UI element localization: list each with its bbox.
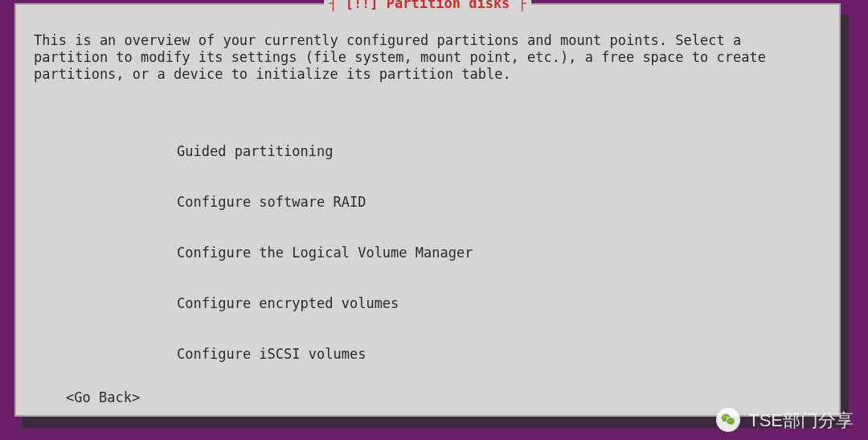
partition-menu: Guided partitioning Configure software R… xyxy=(177,109,652,440)
dialog-title: ┤ [!!] Partition disks ├ xyxy=(324,0,531,12)
dialog-title-text: [!!] Partition disks xyxy=(346,0,510,11)
menu-guided[interactable]: Guided partitioning xyxy=(177,143,652,160)
intro-text: This is an overview of your currently co… xyxy=(34,32,821,83)
menu-encrypted[interactable]: Configure encrypted volumes xyxy=(177,295,652,312)
wechat-icon xyxy=(716,408,740,432)
menu-raid[interactable]: Configure software RAID xyxy=(177,194,652,211)
menu-iscsi[interactable]: Configure iSCSI volumes xyxy=(177,346,652,363)
watermark-text: TSE部门分享 xyxy=(748,412,854,429)
menu-blank xyxy=(177,397,652,413)
go-back-button[interactable]: <Go Back> xyxy=(66,389,140,406)
partition-dialog: ┤ [!!] Partition disks ├ This is an over… xyxy=(14,3,841,417)
menu-lvm[interactable]: Configure the Logical Volume Manager xyxy=(177,245,652,261)
watermark: TSE部门分享 xyxy=(716,408,854,432)
